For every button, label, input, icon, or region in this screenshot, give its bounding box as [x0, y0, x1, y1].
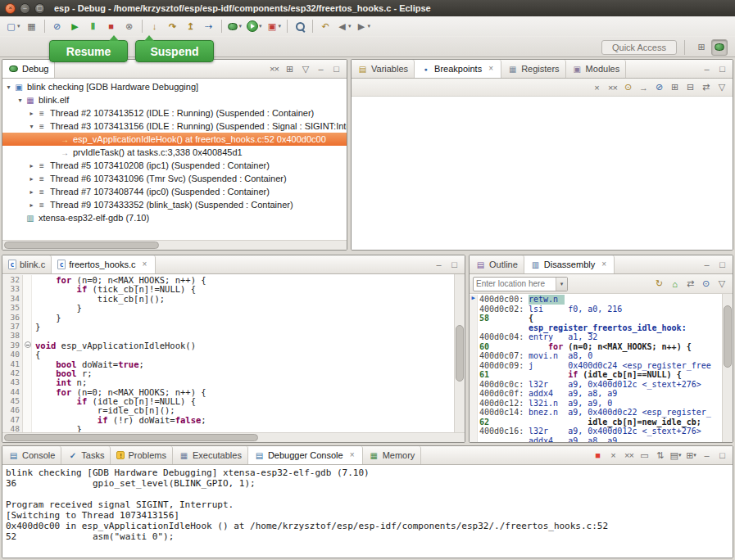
show-source-button[interactable]: ⊙	[699, 277, 713, 291]
location-dropdown-icon[interactable]: ▾	[556, 278, 567, 291]
tree-expand-arrow[interactable]: ▸	[27, 188, 36, 196]
fold-margin[interactable]	[22, 377, 32, 386]
display-selected-console-button[interactable]: ▤	[669, 449, 683, 463]
resume-button[interactable]: ▶	[67, 18, 84, 34]
scroll-lock-button[interactable]: ⇅	[653, 449, 667, 463]
view-menu-button[interactable]: ▽	[715, 80, 728, 94]
tab-console[interactable]: Console	[2, 446, 61, 464]
go-to-file-button[interactable]: →	[637, 80, 651, 94]
debug-tree-row[interactable]: ▸ Thread #2 1073413512 (IDLE : Running) …	[2, 106, 347, 120]
minimize-button[interactable]: –	[700, 449, 714, 463]
instruction-stepping-button[interactable]: ⇢	[201, 18, 217, 34]
line-number-ruler[interactable]: 47	[2, 415, 22, 424]
debug-tree-row[interactable]: ▸ Thread #9 1073433352 (blink_task) (Sus…	[2, 198, 347, 211]
maximize-button[interactable]: □	[715, 449, 729, 463]
skip-all-breakpoints-button[interactable]: ⊘	[652, 80, 666, 94]
line-number-ruler[interactable]: 45	[2, 396, 22, 405]
sync-selection-button[interactable]: ⇄	[683, 277, 697, 291]
location-combo[interactable]: ▾	[473, 277, 568, 291]
debug-tree-row[interactable]: ▾ blink.elf	[2, 93, 347, 106]
new-button[interactable]: ▢	[4, 18, 22, 34]
code-text[interactable]: if (!r) doWait=false;	[32, 415, 454, 424]
quick-access-button[interactable]: Quick Access	[601, 40, 677, 55]
window-minimize-button[interactable]: –	[20, 3, 30, 14]
minimize-button[interactable]: –	[432, 258, 446, 272]
tab-debugger-console[interactable]: Debugger Console	[248, 446, 363, 464]
close-tab-icon[interactable]	[348, 451, 356, 459]
minimize-button[interactable]: –	[700, 62, 714, 76]
debug-tree-row[interactable]: ▸ Thread #7 1073408744 (ipc0) (Suspended…	[2, 185, 347, 198]
editor-horizontal-scrollbar[interactable]	[2, 432, 465, 442]
view-layout-button[interactable]: ⊞	[283, 62, 297, 76]
view-menu-button[interactable]: ▽	[298, 62, 312, 76]
debug-tree-row[interactable]: ▾ Thread #3 1073413156 (IDLE : Running) …	[2, 120, 347, 133]
disassembly-vertical-scrollbar[interactable]	[722, 294, 733, 442]
maximize-button[interactable]: □	[447, 258, 461, 272]
console-output[interactable]: blink checking [GDB Hardware Debugging] …	[2, 465, 733, 558]
debug-button[interactable]	[226, 18, 244, 34]
tab-debug[interactable]: Debug	[2, 60, 55, 78]
line-number-ruler[interactable]: 36	[2, 313, 22, 322]
debug-tree-row[interactable]: xtensa-esp32-elf-gdb (7.10)	[2, 211, 347, 224]
window-titlebar[interactable]: × – ▢ esp - Debug - /home/krzysztof/esp/…	[0, 0, 735, 16]
terminate-button[interactable]: ■	[591, 449, 605, 463]
code-text[interactable]: for (n=0; n<MAX_HOOKS; n++) {	[32, 387, 454, 396]
fold-margin[interactable]	[22, 387, 32, 396]
fold-margin[interactable]	[22, 294, 32, 303]
close-tab-icon[interactable]	[600, 260, 608, 269]
tab-memory[interactable]: Memory	[363, 446, 422, 464]
line-number-ruler[interactable]: 42	[2, 368, 22, 377]
step-into-button[interactable]: ↓	[147, 18, 163, 34]
code-text[interactable]: bool doWait=true;	[32, 359, 454, 368]
fold-margin[interactable]	[22, 405, 32, 414]
debug-tree[interactable]: ▾ blink checking [GDB Hardware Debugging…	[2, 79, 347, 240]
remove-all-launches-button[interactable]: ××	[622, 449, 636, 463]
line-number-ruler[interactable]: 32	[2, 275, 22, 284]
fold-margin[interactable]	[22, 284, 32, 293]
disconnect-button[interactable]: ⊗	[121, 18, 138, 34]
tree-expand-arrow[interactable]: ▸	[27, 201, 36, 209]
expand-all-button[interactable]: ⊞	[668, 80, 682, 94]
debug-tree-row[interactable]: ▸ Thread #5 1073410208 (ipc1) (Suspended…	[2, 159, 347, 172]
code-text[interactable]: {	[32, 350, 454, 359]
close-tab-icon[interactable]	[141, 260, 149, 269]
clear-console-button[interactable]: ▭	[637, 449, 651, 463]
show-breakpoints-supported-button[interactable]: ⊙	[621, 80, 635, 94]
minimize-button[interactable]: –	[700, 258, 714, 272]
editor-vertical-scrollbar[interactable]	[454, 274, 465, 432]
line-number-ruler[interactable]: 44	[2, 387, 22, 396]
suspend-button[interactable]: Ⅱ	[85, 18, 102, 34]
external-tools-button[interactable]: ▣	[265, 18, 284, 34]
view-menu-button[interactable]: ▽	[715, 277, 728, 291]
disassembly-body[interactable]: ▶ 400d0c00: retw.n 400d0c02: lsi f0, a0,…	[470, 294, 733, 442]
tree-expand-arrow[interactable]: ▾	[4, 84, 13, 91]
save-button[interactable]: ▦	[24, 18, 40, 34]
code-text[interactable]: if (idle_cb[n]!=NULL) {	[32, 396, 454, 405]
debug-tree-row[interactable]: ▾ blink checking [GDB Hardware Debugging…	[2, 80, 347, 93]
line-number-ruler[interactable]: 40	[2, 350, 22, 359]
fold-margin[interactable]	[22, 359, 32, 368]
tab-registers[interactable]: Registers	[501, 60, 565, 78]
tab-blink-c[interactable]: blink.c	[2, 255, 52, 273]
fold-margin[interactable]	[22, 396, 32, 405]
close-tab-icon[interactable]	[487, 65, 495, 73]
debug-tree-row[interactable]: esp_vApplicationIdleHook() at freertos_h…	[2, 133, 347, 146]
tab-executables[interactable]: Executables	[173, 446, 248, 464]
tab-variables[interactable]: Variables	[352, 60, 415, 78]
code-text[interactable]: for (n=0; n<MAX_HOOKS; n++) {	[32, 275, 454, 284]
fold-collapse-icon[interactable]	[25, 341, 31, 348]
go-to-pc-button[interactable]: ⌂	[668, 277, 682, 291]
open-perspective-button[interactable]: ⊞	[693, 39, 710, 56]
tree-expand-arrow[interactable]: ▸	[27, 110, 36, 117]
tab-modules[interactable]: Modules	[566, 60, 627, 78]
code-text[interactable]	[32, 331, 454, 340]
line-number-ruler[interactable]: 46	[2, 405, 22, 414]
tree-expand-arrow[interactable]: ▸	[27, 175, 36, 183]
link-with-debug-button[interactable]: ⇄	[699, 80, 713, 94]
code-editor[interactable]: 32 for (n=0; n<MAX_HOOKS; n++) { 33 if (…	[2, 274, 465, 432]
code-text[interactable]: }	[32, 303, 454, 312]
debug-tree-row[interactable]: ▸ Thread #6 1073431096 (Tmr Svc) (Suspen…	[2, 172, 347, 185]
tree-expand-arrow[interactable]: ▸	[27, 162, 36, 169]
line-number-ruler[interactable]: 35	[2, 303, 22, 312]
tab-outline[interactable]: Outline	[470, 255, 524, 273]
